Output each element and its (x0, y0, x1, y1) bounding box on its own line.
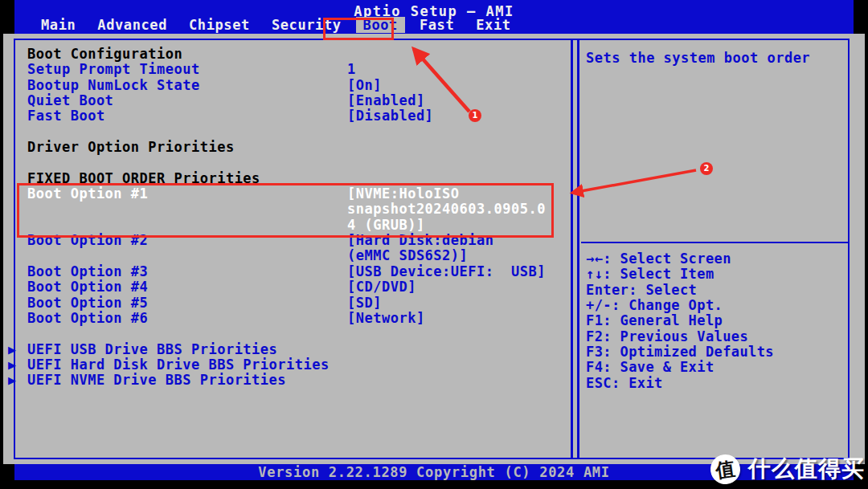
watermark-logo-icon: 值 (709, 452, 743, 486)
section-header: Boot Configuration (27, 47, 571, 62)
annotation-badge-2: 2 (700, 162, 713, 175)
option-value (347, 342, 571, 357)
option-value (347, 140, 571, 155)
annotation-badge-1: 1 (469, 109, 481, 122)
bios-setup-screen: Aptio Setup – AMI MainAdvancedChipsetSec… (0, 0, 868, 489)
pane-divider (571, 39, 579, 459)
option-label (27, 248, 347, 263)
option-row[interactable]: Boot Option #4[CD/DVD] (27, 279, 571, 295)
key-hint: ↑↓: Select Item (586, 267, 851, 282)
option-row[interactable]: Bootup NumLock State[On] (27, 78, 571, 93)
option-value: [Enabled] (347, 93, 571, 108)
option-value: [Disabled] (347, 108, 571, 124)
option-label: Setup Prompt Timeout (27, 62, 347, 77)
key-hint: +/-: Change Opt. (586, 298, 851, 313)
submenu-item[interactable]: ▶UEFI Hard Disk Drive BBS Priorities (27, 357, 571, 373)
key-hint: ESC: Exit (586, 376, 851, 391)
menu-bar: MainAdvancedChipsetSecurityBootFastExit (34, 16, 526, 34)
row-spacer (27, 124, 571, 140)
option-value: 1 (347, 62, 571, 77)
submenu-item[interactable]: ▶UEFI NVME Drive BBS Priorities (27, 373, 571, 388)
menu-item-fast[interactable]: Fast (412, 17, 461, 33)
body-panel: Boot ConfigurationSetup Prompt Timeout1B… (3, 34, 865, 464)
option-value: (eMMC SDS6S2)] (347, 248, 571, 263)
title-bar: Aptio Setup – AMI MainAdvancedChipsetSec… (14, 0, 854, 34)
option-label: Boot Option #6 (27, 311, 347, 326)
option-label: UEFI USB Drive BBS Priorities (27, 342, 347, 357)
row-spacer (27, 155, 571, 170)
key-hint: F3: Optimized Defaults (586, 344, 851, 360)
option-label: Boot Option #4 (27, 279, 347, 295)
option-value (347, 357, 571, 373)
option-label: Bootup NumLock State (27, 78, 347, 93)
row-spacer (27, 326, 571, 341)
option-row[interactable]: Quiet Boot[Enabled] (27, 93, 571, 108)
menu-item-exit[interactable]: Exit (469, 17, 518, 33)
option-row[interactable]: Boot Option #5[SD] (27, 295, 571, 311)
option-label: UEFI NVME Drive BBS Priorities (27, 373, 347, 388)
option-value: [USB Device:UEFI: USB] (347, 264, 571, 279)
annotation-box-boot-option-1 (17, 183, 554, 238)
option-row[interactable]: Setup Prompt Timeout1 (27, 62, 571, 77)
option-value: [SD] (347, 295, 571, 311)
option-value: [Network] (347, 311, 571, 326)
watermark: 值 什么值得买 (710, 454, 865, 484)
option-row[interactable]: Boot Option #3[USB Device:UEFI: USB] (27, 264, 571, 279)
help-text: Sets the system boot order (586, 50, 851, 66)
option-value: [CD/DVD] (347, 279, 571, 295)
key-hint: F4: Save & Exit (586, 360, 851, 375)
option-label: Boot Option #5 (27, 295, 347, 311)
annotation-box-boot-tab (323, 18, 394, 40)
option-label: Driver Option Priorities (27, 140, 347, 155)
menu-item-advanced[interactable]: Advanced (90, 17, 174, 33)
option-row[interactable]: Fast Boot[Disabled] (27, 108, 571, 124)
key-hint: F1: General Help (586, 313, 851, 328)
option-value (347, 373, 571, 388)
legend-divider (581, 242, 850, 243)
submenu-arrow-icon: ▶ (8, 373, 17, 388)
submenu-arrow-icon: ▶ (8, 342, 17, 357)
option-label: Fast Boot (27, 108, 347, 124)
menu-item-main[interactable]: Main (34, 17, 83, 33)
key-hint: F2: Previous Values (586, 329, 851, 344)
option-value (347, 47, 571, 62)
option-label: Boot Configuration (27, 47, 347, 62)
key-hint: Enter: Select (586, 283, 851, 298)
option-label: Quiet Boot (27, 93, 347, 108)
option-row[interactable]: (eMMC SDS6S2)] (27, 248, 571, 263)
key-hints-panel: →←: Select Screen↑↓: Select ItemEnter: S… (586, 251, 851, 391)
menu-item-chipset[interactable]: Chipset (182, 17, 257, 33)
submenu-arrow-icon: ▶ (8, 357, 17, 373)
option-value: [On] (347, 78, 571, 93)
key-hint: →←: Select Screen (586, 251, 851, 267)
submenu-item[interactable]: ▶UEFI USB Drive BBS Priorities (27, 342, 571, 357)
option-label: Boot Option #3 (27, 264, 347, 279)
watermark-text: 什么值得买 (748, 454, 865, 484)
version-text: Version 2.22.1289 Copyright (C) 2024 AMI (258, 464, 609, 480)
option-row[interactable]: Boot Option #6[Network] (27, 311, 571, 326)
option-label: UEFI Hard Disk Drive BBS Priorities (27, 357, 347, 373)
section-header: Driver Option Priorities (27, 140, 571, 155)
